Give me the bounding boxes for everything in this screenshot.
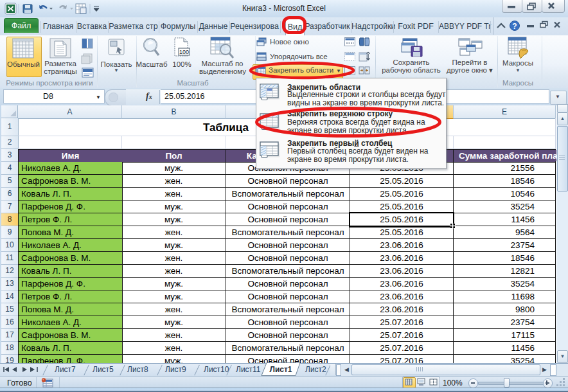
svg-text:Лист1: Лист1	[269, 365, 292, 374]
svg-text:100: 100	[179, 49, 189, 55]
svg-text:?: ?	[512, 22, 517, 31]
